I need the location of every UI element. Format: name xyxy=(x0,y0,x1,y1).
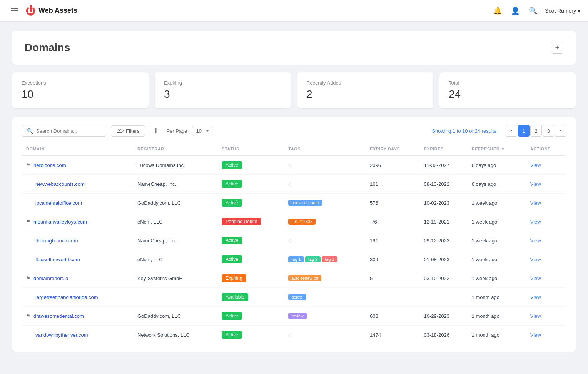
cell-domain: vandownbytheriver.com xyxy=(22,326,133,344)
cell-expiry-days: 576 xyxy=(365,194,419,212)
cell-status: Active xyxy=(217,250,284,269)
cell-registrar: GoDaddy.com, LLC xyxy=(133,194,217,212)
domain-link[interactable]: newwebaccounts.com xyxy=(35,181,85,187)
cell-status: Active xyxy=(217,155,284,175)
cell-status: Active xyxy=(217,194,284,212)
cell-expires xyxy=(419,288,467,307)
cell-status: Expiring xyxy=(217,269,284,288)
cell-refreshed: 1 week ago xyxy=(467,269,526,288)
view-link[interactable]: View xyxy=(530,275,541,281)
view-link[interactable]: View xyxy=(530,162,541,168)
view-link[interactable]: View xyxy=(530,332,541,338)
status-badge: Active xyxy=(222,255,242,263)
cell-status: Active xyxy=(217,326,284,344)
main-content: Domains + Exceptions10Expiring3Recently … xyxy=(0,22,588,361)
user-menu[interactable]: Scot Rumery ▾ xyxy=(545,8,580,14)
view-link[interactable]: View xyxy=(530,219,541,225)
domain-link[interactable]: drawesomedental.com xyxy=(33,313,84,319)
notifications-icon[interactable]: 🔔 xyxy=(492,5,503,17)
domain-link[interactable]: thelongbranch.com xyxy=(35,238,78,244)
cell-tags: tag 1tag 2tag 3 xyxy=(284,250,365,269)
view-link[interactable]: View xyxy=(530,313,541,319)
cell-registrar: GoDaddy.com, LLC xyxy=(133,307,217,326)
status-badge: Active xyxy=(222,331,242,339)
view-link[interactable]: View xyxy=(530,181,541,187)
cell-expires: 11-30-2027 xyxy=(419,155,467,175)
add-domain-button[interactable]: + xyxy=(551,42,563,54)
app-name: Web Assets xyxy=(38,7,77,15)
domain-link[interactable]: mountianvalleytoys.com xyxy=(33,219,87,225)
view-link[interactable]: View xyxy=(530,238,541,244)
stat-value: 24 xyxy=(449,88,566,100)
search-icon[interactable]: 🔍 xyxy=(527,5,539,17)
cell-domain: largetreefinancialflorida.com xyxy=(22,288,133,307)
cell-tags: ◇ xyxy=(284,175,365,194)
header-left: ⏻ Web Assets xyxy=(8,5,77,17)
cell-registrar: eNom, LLC xyxy=(133,212,217,231)
cell-actions: View xyxy=(526,326,566,344)
download-button[interactable]: ⬇ xyxy=(150,125,162,137)
tag: HS #12638 xyxy=(288,219,316,225)
cell-expiry-days: 309 xyxy=(365,250,419,269)
view-link[interactable]: View xyxy=(530,294,541,300)
results-suffix: of 24 results xyxy=(468,128,496,134)
domains-table: DOMAIN REGISTRAR STATUS TAGS EXPIRY DAYS… xyxy=(22,143,566,344)
cell-refreshed: 6 days ago xyxy=(467,155,526,175)
stats-row: Exceptions10Expiring3Recently Added2Tota… xyxy=(12,72,576,108)
stat-label: Exceptions xyxy=(22,80,139,86)
results-info: Showing 1 to 10 of 24 results xyxy=(432,128,496,134)
stat-value: 3 xyxy=(164,88,282,100)
sort-icon: ▼ xyxy=(501,147,505,151)
cell-domain: ⚑ domainreport.io xyxy=(22,269,133,288)
stat-card-total: Total24 xyxy=(439,72,576,108)
table-header: DOMAIN REGISTRAR STATUS TAGS EXPIRY DAYS… xyxy=(22,143,566,155)
stat-card-expiring: Expiring3 xyxy=(155,72,291,108)
status-badge: Active xyxy=(222,237,242,244)
view-link[interactable]: View xyxy=(530,257,541,262)
page-title: Domains xyxy=(25,42,70,54)
cell-expiry-days: 161 xyxy=(365,175,419,194)
cell-domain: ⚑ heroicons.com xyxy=(22,155,133,175)
domain-link[interactable]: flagsoftheworld.com xyxy=(35,257,80,262)
page-1-button[interactable]: 1 xyxy=(518,125,530,137)
th-expires: EXPIRES xyxy=(419,143,467,155)
avatar-icon[interactable]: 👤 xyxy=(509,5,521,17)
filters-button[interactable]: ⌦ Filters xyxy=(111,125,145,137)
cell-expiry-days: 2096 xyxy=(365,155,419,175)
cell-refreshed: 6 days ago xyxy=(467,175,526,194)
cell-tags: house account xyxy=(284,194,365,212)
hamburger-menu[interactable] xyxy=(8,5,21,17)
status-badge: Available xyxy=(222,293,248,301)
table-row: thelongbranch.com NameCheap, Inc. Active… xyxy=(22,231,566,250)
header-right: 🔔 👤 🔍 Scot Rumery ▾ xyxy=(492,5,580,17)
cell-tags: delete xyxy=(284,288,365,307)
domain-link[interactable]: heroicons.com xyxy=(33,162,66,168)
cell-expires: 09-12-2022 xyxy=(419,231,467,250)
tag-icon: ◇ xyxy=(288,162,292,168)
page-3-button[interactable]: 3 xyxy=(543,125,554,137)
table-row: ⚑ heroicons.com Tucows Domains Inc. Acti… xyxy=(22,155,566,175)
cell-actions: View xyxy=(526,175,566,194)
toolbar: 🔍 ⌦ Filters ⬇ Per Page 10 25 50 Showing … xyxy=(22,125,566,137)
domain-link[interactable]: localdentaloffice.com xyxy=(35,200,82,206)
prev-page-button[interactable]: ‹ xyxy=(506,125,517,137)
cell-expires: 12-19-2021 xyxy=(419,212,467,231)
domain-link[interactable]: largetreefinancialflorida.com xyxy=(35,294,98,300)
next-page-button[interactable]: › xyxy=(555,125,566,137)
cell-registrar: Key-Systems GmbH xyxy=(133,269,217,288)
cell-registrar: NameCheap, Inc. xyxy=(133,231,217,250)
view-link[interactable]: View xyxy=(530,200,541,206)
page-2-button[interactable]: 2 xyxy=(530,125,542,137)
search-input[interactable] xyxy=(36,128,101,134)
cell-refreshed: 1 week ago xyxy=(467,250,526,269)
cell-refreshed: 1 month ago xyxy=(467,307,526,326)
cell-expires: 03-18-2026 xyxy=(419,326,467,344)
search-box: 🔍 xyxy=(22,125,106,137)
cell-actions: View xyxy=(526,307,566,326)
per-page-select[interactable]: 10 25 50 xyxy=(192,126,213,136)
th-refreshed[interactable]: REFRESHED ▼ xyxy=(467,143,526,155)
header: ⏻ Web Assets 🔔 👤 🔍 Scot Rumery ▾ xyxy=(0,0,588,22)
domain-link[interactable]: vandownbytheriver.com xyxy=(35,332,88,338)
domain-link[interactable]: domainreport.io xyxy=(33,275,68,281)
status-badge: Active xyxy=(222,312,242,320)
